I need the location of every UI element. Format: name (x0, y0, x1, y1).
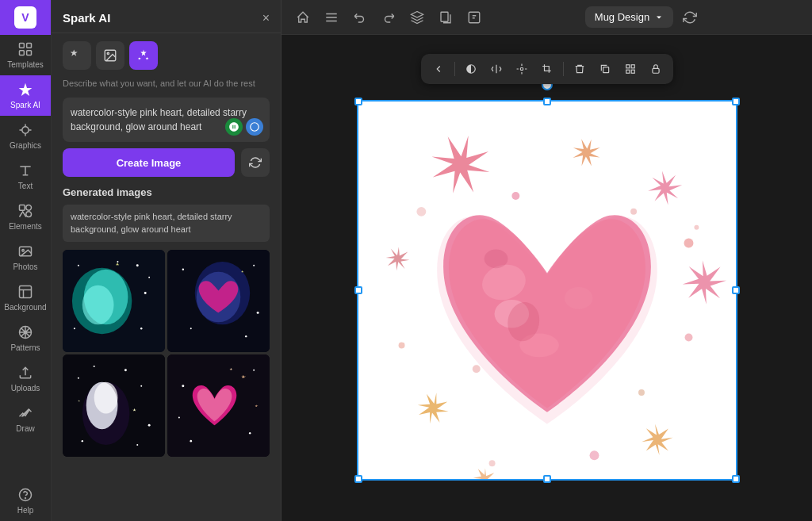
canvas-wrapper (357, 100, 737, 481)
ft-opacity-button[interactable] (460, 58, 482, 80)
close-panel-button[interactable]: × (262, 12, 270, 25)
sidebar-item-uploads[interactable]: Uploads (0, 358, 51, 399)
redo-button[interactable] (378, 7, 399, 28)
spark-tools-row (52, 33, 281, 78)
active-spark-tool-button[interactable] (129, 41, 158, 70)
project-name-label: Mug Design (595, 11, 649, 23)
patterns-icon (17, 324, 33, 340)
svg-point-45 (94, 366, 95, 367)
sidebar: V Templates Spark AI Graphics Text (0, 0, 52, 521)
sidebar-item-spark-ai[interactable]: Spark AI (0, 75, 51, 116)
ft-grid-button[interactable] (619, 58, 642, 80)
sidebar-item-photos[interactable]: Photos (0, 237, 51, 278)
svg-point-42 (78, 377, 79, 379)
chevron-down-icon (654, 13, 664, 22)
svg-rect-60 (652, 68, 658, 73)
sidebar-item-label: Templates (7, 60, 44, 69)
sidebar-item-text[interactable]: Text (0, 156, 51, 197)
ft-delete-button[interactable] (569, 58, 591, 80)
generated-image-1[interactable] (63, 250, 165, 352)
svg-point-9 (22, 250, 24, 252)
ft-back-button[interactable] (427, 58, 450, 80)
svg-point-78 (484, 249, 508, 268)
sidebar-item-label: Elements (9, 222, 42, 231)
svg-point-20 (136, 265, 139, 267)
svg-point-67 (638, 389, 645, 395)
sidebar-item-help[interactable]: Help (0, 481, 51, 521)
create-image-button[interactable]: Create Image (63, 148, 235, 177)
svg-point-13 (25, 498, 26, 499)
svg-rect-58 (626, 70, 629, 73)
svg-point-54 (520, 67, 523, 71)
svg-rect-57 (631, 65, 634, 68)
sidebar-item-label: Photos (13, 262, 37, 271)
sidebar-item-patterns[interactable]: Patterns (0, 318, 51, 358)
generated-images-grid (63, 250, 270, 457)
graphics-icon (17, 122, 33, 138)
sidebar-item-label: Patterns (10, 343, 40, 352)
menu-button[interactable] (321, 7, 342, 28)
svg-point-33 (190, 328, 192, 329)
sidebar-item-draw[interactable]: Draw (0, 399, 51, 439)
create-btn-row: Create Image (52, 148, 281, 186)
canvas[interactable] (357, 100, 737, 481)
svg-point-69 (488, 460, 495, 466)
sidebar-item-graphics[interactable]: Graphics (0, 116, 51, 156)
generated-image-4[interactable] (167, 354, 270, 457)
generated-image-3[interactable] (63, 354, 165, 457)
spark-description: Describe what you want, and let our AI d… (52, 78, 281, 98)
svg-point-72 (416, 206, 426, 216)
layers-button[interactable] (407, 7, 427, 28)
background-icon (17, 284, 33, 300)
ft-duplicate-button[interactable] (594, 58, 616, 80)
svg-point-34 (245, 335, 247, 337)
text-icon (17, 163, 33, 178)
refresh-button[interactable] (241, 148, 270, 177)
svg-point-40 (140, 385, 142, 387)
prompt-icons-row (225, 118, 263, 136)
main-area: Mug Design (282, 0, 812, 521)
spark-prompt-box[interactable]: watercolor-style pink heart, detailed st… (63, 98, 270, 142)
history-button[interactable] (464, 7, 485, 28)
canvas-area[interactable] (282, 35, 812, 521)
svg-point-39 (124, 370, 127, 372)
ft-crop-button[interactable] (536, 58, 558, 80)
svg-point-47 (182, 385, 184, 387)
sidebar-item-templates[interactable]: Templates (0, 35, 51, 75)
ft-position-button[interactable] (511, 58, 533, 80)
sync-button[interactable] (680, 7, 700, 28)
ft-flip-button[interactable] (485, 58, 508, 80)
ft-divider-2 (563, 62, 564, 76)
generated-image-2[interactable] (167, 250, 270, 352)
draw-icon (17, 405, 33, 421)
ft-lock-button[interactable] (645, 58, 667, 80)
generated-label: Generated images (52, 186, 281, 205)
svg-rect-10 (20, 286, 32, 298)
svg-point-68 (589, 450, 599, 460)
sidebar-item-background[interactable]: Background (0, 278, 51, 318)
svg-point-44 (136, 444, 138, 446)
svg-point-66 (472, 365, 480, 373)
svg-rect-1 (27, 44, 32, 48)
svg-point-51 (190, 440, 192, 442)
generated-prompt-tag: watercolor-style pink heart, detailed st… (63, 205, 270, 242)
undo-button[interactable] (350, 7, 370, 28)
svg-point-31 (253, 265, 255, 266)
svg-point-30 (182, 269, 184, 270)
spark-ai-panel: Spark AI × Describe what you want, and l… (52, 0, 282, 521)
magic-tool-button[interactable] (63, 41, 91, 70)
image-gen-tool-button[interactable] (96, 41, 124, 70)
image-gen-icon (103, 48, 117, 63)
svg-point-64 (684, 238, 693, 247)
home-button[interactable] (293, 7, 313, 28)
svg-point-62 (511, 192, 519, 200)
canvas-illustration (358, 102, 736, 479)
sidebar-item-label: Graphics (10, 141, 41, 150)
sidebar-item-elements[interactable]: Elements (0, 197, 51, 237)
svg-point-26 (117, 261, 118, 262)
svg-point-49 (249, 432, 251, 434)
project-name-button[interactable]: Mug Design (585, 6, 673, 28)
pages-button[interactable] (435, 7, 456, 28)
svg-point-32 (257, 312, 259, 314)
spark-panel-title: Spark AI (63, 11, 110, 25)
